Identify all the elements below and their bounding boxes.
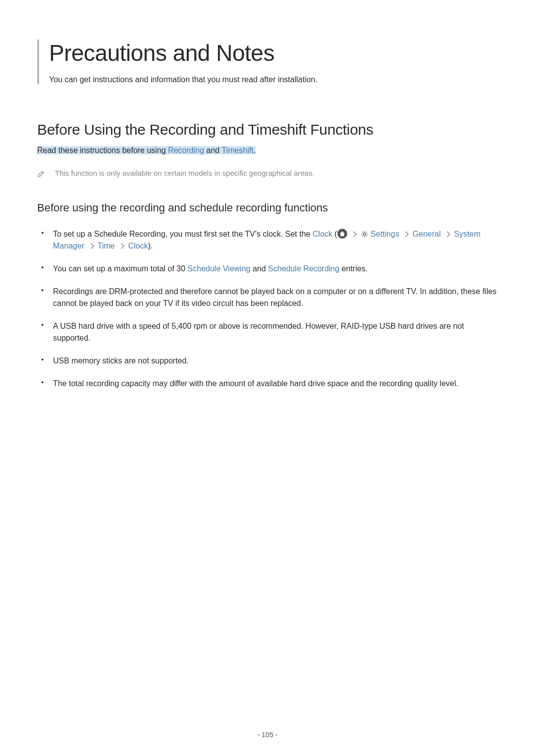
chevron-icon: [119, 243, 124, 249]
clock-path-link[interactable]: Clock: [128, 242, 148, 250]
availability-note: This function is only available on certa…: [37, 169, 498, 178]
svg-line-10: [366, 232, 367, 232]
time-link[interactable]: Time: [98, 242, 115, 250]
note-text: This function is only available on certa…: [55, 169, 315, 177]
pencil-icon: [37, 170, 45, 178]
list-item: To set up a Schedule Recording, you must…: [53, 228, 498, 252]
home-icon: [337, 229, 347, 239]
title-block: Precautions and Notes You can get instru…: [37, 40, 498, 84]
settings-link[interactable]: Settings: [371, 230, 399, 238]
chevron-icon: [351, 231, 356, 237]
list-item: USB memory sticks are not supported.: [53, 355, 498, 367]
list-item: A USB hard drive with a speed of 5,400 r…: [53, 320, 498, 344]
svg-point-2: [363, 233, 366, 235]
clock-link[interactable]: Clock: [313, 230, 332, 238]
section-intro: Read these instructions before using Rec…: [37, 146, 498, 155]
list-item: You can set up a maximum total of 30 Sch…: [53, 263, 498, 275]
general-link[interactable]: General: [413, 230, 441, 238]
gear-icon: [361, 230, 369, 238]
recording-link[interactable]: Recording: [168, 146, 204, 154]
svg-line-1: [39, 174, 41, 176]
list-item: Recordings are DRM-protected and therefo…: [53, 286, 498, 309]
svg-line-7: [362, 232, 363, 232]
intro-highlight: Read these instructions before using Rec…: [37, 146, 256, 154]
svg-line-9: [362, 236, 363, 236]
chevron-icon: [403, 231, 409, 237]
bullet-list: To set up a Schedule Recording, you must…: [37, 228, 498, 390]
chevron-icon: [444, 231, 450, 237]
timeshift-link[interactable]: Timeshift: [221, 146, 253, 154]
section-title: Before Using the Recording and Timeshift…: [37, 121, 498, 138]
chevron-icon: [88, 243, 94, 249]
page-title: Precautions and Notes: [49, 40, 498, 66]
list-item: The total recording capacity may differ …: [53, 378, 498, 390]
page-subtitle: You can get instructions and information…: [49, 75, 498, 84]
subsection-title: Before using the recording and schedule …: [37, 202, 498, 214]
schedule-viewing-link[interactable]: Schedule Viewing: [188, 264, 251, 273]
schedule-recording-link[interactable]: Schedule Recording: [268, 264, 339, 273]
page-number: - 105 -: [0, 731, 535, 739]
svg-line-8: [366, 236, 367, 236]
